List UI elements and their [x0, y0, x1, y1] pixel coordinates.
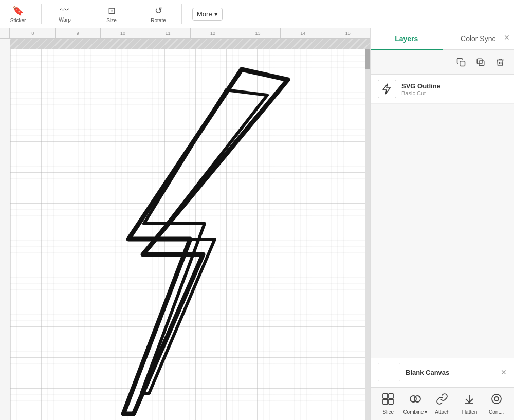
ruler-mark: 11 — [145, 28, 190, 39]
layer-name: SVG Outline — [401, 82, 440, 90]
ruler-mark: 12 — [190, 28, 235, 39]
canvas-viewport[interactable] — [10, 39, 370, 420]
rotate-label: Rotate — [151, 17, 166, 23]
svg-rect-3 — [383, 394, 388, 398]
ruler-mark: 10 — [100, 28, 145, 39]
duplicate-layer-button[interactable] — [473, 54, 488, 70]
size-tool[interactable]: ⊡ Size — [99, 5, 124, 23]
sticker-icon: 🔖 — [12, 5, 24, 16]
svg-point-8 — [414, 396, 420, 402]
svg-point-11 — [494, 397, 499, 401]
ruler-mark: 15 — [325, 28, 370, 39]
slice-button[interactable]: Slice — [375, 393, 401, 415]
rotate-tool[interactable]: ↺ Rotate — [145, 5, 171, 23]
combine-button[interactable]: Combine ▾ — [402, 393, 428, 415]
ruler-mark: 14 — [280, 28, 325, 39]
ruler-horizontal: 8 9 10 11 12 13 14 15 — [0, 28, 370, 39]
svg-rect-4 — [389, 394, 393, 398]
svg-rect-2 — [479, 61, 484, 66]
layer-item-svg[interactable]: SVG Outline Basic Cut — [371, 75, 514, 104]
divider-2 — [88, 4, 88, 24]
size-icon: ⊡ — [108, 5, 116, 16]
lightning-svg — [51, 64, 293, 419]
warp-label: Warp — [59, 17, 71, 23]
combine-label: Combine — [403, 409, 424, 415]
sticker-tool[interactable]: 🔖 Sticker — [5, 5, 31, 23]
warp-icon: 〰 — [60, 5, 69, 16]
svg-rect-0 — [460, 61, 465, 66]
blank-canvas-label: Blank Canvas — [406, 369, 449, 376]
svg-point-10 — [492, 394, 501, 404]
divider-3 — [135, 4, 135, 24]
more-button[interactable]: More ▾ — [192, 8, 223, 21]
flatten-button[interactable]: Flatten — [456, 393, 482, 415]
slice-label: Slice — [382, 409, 394, 415]
slice-icon — [382, 393, 394, 408]
layer-subname: Basic Cut — [401, 90, 440, 96]
contour-icon — [490, 393, 503, 408]
rotate-icon: ↺ — [155, 5, 162, 16]
scrollbar-vertical[interactable] — [365, 49, 370, 420]
ruler-mark: 8 — [10, 28, 55, 39]
delete-layer-button[interactable] — [492, 54, 508, 70]
divider-4 — [181, 4, 182, 24]
canvas-grid[interactable] — [10, 49, 365, 420]
top-toolbar: 🔖 Sticker 〰 Warp ⊡ Size ↺ Rotate More ▾ — [0, 0, 514, 28]
sticker-label: Sticker — [10, 17, 26, 23]
ruler-h-marks: 8 9 10 11 12 13 14 15 — [10, 28, 370, 39]
size-label: Size — [106, 17, 116, 23]
ruler-mark: 9 — [55, 28, 100, 39]
more-label: More — [197, 10, 212, 18]
canvas-area: 8 9 10 11 12 13 14 15 — [0, 28, 370, 420]
ruler-mark: 13 — [235, 28, 280, 39]
copy-layer-button[interactable] — [453, 54, 469, 70]
combine-icon — [409, 393, 421, 408]
attach-icon — [436, 393, 448, 408]
panel-spacer — [371, 104, 514, 354]
svg-rect-5 — [383, 399, 388, 404]
attach-label: Attach — [435, 409, 449, 415]
ruler-vertical — [0, 39, 10, 420]
contour-label: Cont... — [489, 409, 504, 415]
layer-info: SVG Outline Basic Cut — [401, 82, 440, 96]
panel-toolbar — [371, 50, 514, 75]
flatten-label: Flatten — [462, 409, 478, 415]
combine-dropdown-arrow[interactable]: ▾ — [425, 409, 427, 415]
blank-canvas-close-icon[interactable]: ✕ — [501, 368, 507, 376]
layer-thumbnail — [378, 80, 396, 98]
blank-canvas-item[interactable]: Blank Canvas ✕ — [371, 358, 514, 387]
panel-tabs: Layers Color Sync ✕ — [371, 28, 514, 50]
panel-bottom-toolbar: Slice Combine ▾ — [371, 387, 514, 420]
blank-canvas-thumbnail — [378, 363, 400, 381]
combine-label-wrapper: Combine ▾ — [403, 409, 427, 415]
divider-1 — [41, 4, 42, 24]
attach-button[interactable]: Attach — [429, 393, 455, 415]
svg-rect-6 — [389, 399, 393, 404]
contour-button[interactable]: Cont... — [484, 393, 509, 415]
flatten-icon — [463, 393, 475, 408]
more-arrow-icon: ▾ — [214, 10, 218, 18]
panel-close-icon[interactable]: ✕ — [504, 33, 510, 42]
right-panel: Layers Color Sync ✕ — [370, 28, 514, 420]
scrollbar-thumb[interactable] — [365, 49, 370, 69]
main-area: 8 9 10 11 12 13 14 15 — [0, 28, 514, 420]
svg-rect-1 — [477, 59, 482, 64]
warp-tool[interactable]: 〰 Warp — [52, 5, 78, 23]
tab-layers[interactable]: Layers — [371, 28, 443, 50]
